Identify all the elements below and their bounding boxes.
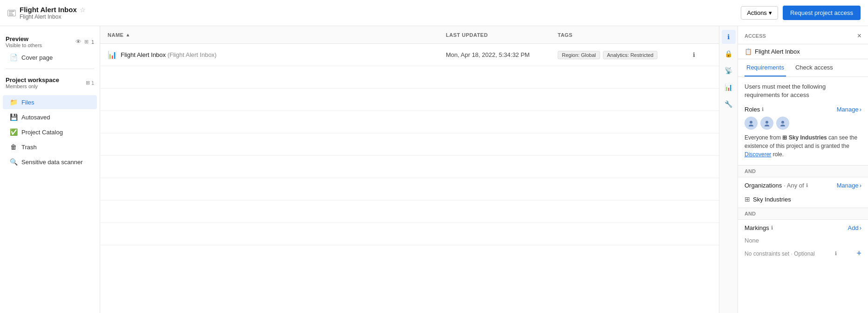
main-layout: Preview Visible to others 👁 ⊞ 1 📄 Cover …	[0, 26, 868, 313]
sidebar: Preview Visible to others 👁 ⊞ 1 📄 Cover …	[0, 26, 100, 313]
breadcrumb-icon	[7, 10, 16, 16]
sidebar-item-autosaved[interactable]: 💾 Autosaved	[3, 110, 97, 124]
markings-add-link[interactable]: Add ›	[848, 224, 861, 231]
sidebar-item-label: Files	[21, 99, 34, 106]
empty-row-7	[100, 201, 719, 223]
svg-point-4	[749, 125, 753, 126]
avatar-1	[745, 117, 758, 130]
empty-row-5	[100, 156, 719, 178]
org-manage-link[interactable]: Manage ›	[837, 182, 861, 189]
sidebar-item-label: Autosaved	[21, 114, 50, 121]
preview-section: Preview Visible to others 👁 ⊞ 1	[0, 32, 100, 50]
sidebar-item-cover-page[interactable]: 📄 Cover page	[3, 50, 97, 64]
workspace-header: Project workspace Members only ⊞ 1	[6, 77, 94, 89]
info-icon-constraints: ℹ	[835, 250, 837, 257]
row-tags: Region: Global Analytics: Restricted	[558, 51, 688, 59]
star-icon[interactable]: ☆	[80, 6, 86, 14]
markings-none: None	[745, 235, 861, 247]
panel-tabs: Requirements Check access	[738, 59, 868, 77]
org-name: Sky Industries	[753, 196, 791, 203]
discoverer-link[interactable]: Discoverer	[745, 151, 771, 158]
content-area: NAME ▲ LAST UPDATED TAGS 📊 Flight Alert …	[100, 26, 719, 313]
layout-icon-2: ⊞	[86, 80, 90, 86]
markings-section: Markings ℹ Add › None No constraints set…	[745, 224, 861, 260]
org-item-sky-industries: ⊞ Sky Industries	[745, 193, 861, 206]
empty-row-3	[100, 111, 719, 133]
sidebar-item-trash[interactable]: 🗑 Trash	[3, 140, 97, 154]
sidebar-item-label: Trash	[21, 144, 37, 151]
avatar-3	[776, 117, 789, 130]
roles-section-header: Roles ℹ Manage ›	[745, 106, 861, 113]
side-icon-lock[interactable]: 🔒	[722, 47, 736, 61]
project-title: Flight Alert Inbox	[20, 6, 77, 14]
tab-requirements[interactable]: Requirements	[745, 59, 786, 77]
sidebar-item-files[interactable]: 📁 Files	[3, 95, 97, 109]
side-icon-chart[interactable]: 📊	[722, 80, 736, 94]
sidebar-item-sensitive-data-scanner[interactable]: 🔍 Sensitive data scanner	[3, 155, 97, 169]
eye-icon[interactable]: 👁	[75, 38, 82, 45]
col-tags-header: TAGS	[558, 32, 688, 38]
panel-project-icon: 📋	[745, 48, 752, 55]
svg-rect-0	[9, 11, 14, 12]
chevron-right-icon-markings: ›	[860, 224, 861, 231]
files-icon: 📁	[9, 98, 18, 106]
info-icon: ℹ	[762, 106, 764, 112]
and-separator-1: AND	[738, 165, 868, 177]
tab-check-access[interactable]: Check access	[793, 59, 835, 77]
table-row[interactable]: 📊 Flight Alert Inbox (Flight Alert Inbox…	[100, 44, 719, 66]
request-access-button[interactable]: Request project access	[783, 6, 861, 20]
constraints-row: No constraints set · Optional ℹ +	[745, 247, 861, 260]
empty-row-4	[100, 133, 719, 156]
chevron-right-icon-org: ›	[860, 182, 861, 189]
role-description: Everyone from ⊞ Sky Industries can see t…	[745, 133, 861, 159]
autosaved-icon: 💾	[9, 113, 18, 121]
add-constraint-button[interactable]: +	[856, 249, 861, 258]
actions-button[interactable]: Actions ▾	[741, 6, 778, 20]
cover-page-icon: 📄	[9, 54, 18, 61]
preview-title: Preview Visible to others	[6, 35, 42, 48]
workspace-count: ⊞ 1	[86, 80, 94, 86]
svg-point-6	[765, 125, 769, 126]
org-section-header: Organizations · Any of ℹ Manage ›	[745, 182, 861, 189]
header-subtitle: Flight Alert Inbox	[20, 14, 86, 20]
header-title-block: Flight Alert Inbox ☆ Flight Alert Inbox	[20, 6, 86, 20]
side-icon-rss[interactable]: 📡	[722, 63, 736, 77]
sidebar-item-label: Cover page	[21, 54, 53, 61]
and-separator-2: AND	[738, 208, 868, 220]
chevron-right-icon: ›	[860, 106, 861, 113]
access-label: Access	[745, 33, 766, 39]
preview-icons: 👁 ⊞ 1	[75, 38, 94, 45]
side-icons-bar: ℹ 🔒 📡 📊 🔧	[719, 26, 738, 313]
row-alt-name: (Flight Alert Inbox)	[167, 51, 217, 58]
chevron-down-icon: ▾	[769, 9, 772, 16]
svg-point-3	[750, 121, 752, 124]
header-right: Actions ▾ Request project access	[741, 6, 861, 20]
close-panel-button[interactable]: ×	[857, 32, 861, 40]
markings-section-header: Markings ℹ Add ›	[745, 224, 861, 231]
panel-description: Users must meet the following requiremen…	[745, 83, 861, 99]
top-header: Flight Alert Inbox ☆ Flight Alert Inbox …	[0, 0, 868, 26]
right-panel: Access × 📋 Flight Alert Inbox Requiremen…	[738, 26, 868, 313]
row-name-text: Flight Alert Inbox (Flight Alert Inbox)	[121, 51, 217, 58]
sidebar-item-label: Project Catalog	[21, 129, 63, 136]
avatar-2	[760, 117, 773, 130]
row-icon: 📊	[108, 50, 117, 59]
panel-header: Access ×	[738, 26, 868, 44]
organizations-section: Organizations · Any of ℹ Manage › ⊞ Sky …	[745, 182, 861, 206]
row-info-button[interactable]: ℹ	[688, 49, 699, 61]
side-icon-info[interactable]: ℹ	[722, 30, 736, 44]
roles-manage-link[interactable]: Manage ›	[837, 106, 861, 113]
sidebar-item-project-catalog[interactable]: ✅ Project Catalog	[3, 125, 97, 139]
svg-point-7	[781, 121, 784, 124]
sidebar-item-label: Sensitive data scanner	[21, 159, 83, 166]
tag-region: Region: Global	[558, 51, 600, 59]
svg-rect-2	[9, 14, 14, 15]
svg-point-8	[780, 125, 785, 126]
header-left: Flight Alert Inbox ☆ Flight Alert Inbox	[7, 6, 86, 20]
panel-project-name: 📋 Flight Alert Inbox	[738, 44, 868, 59]
row-action: ℹ	[688, 49, 711, 61]
side-icon-wrench[interactable]: 🔧	[722, 97, 736, 111]
empty-row-2	[100, 89, 719, 111]
trash-icon: 🗑	[9, 143, 18, 151]
row-name: 📊 Flight Alert Inbox (Flight Alert Inbox…	[108, 50, 446, 59]
